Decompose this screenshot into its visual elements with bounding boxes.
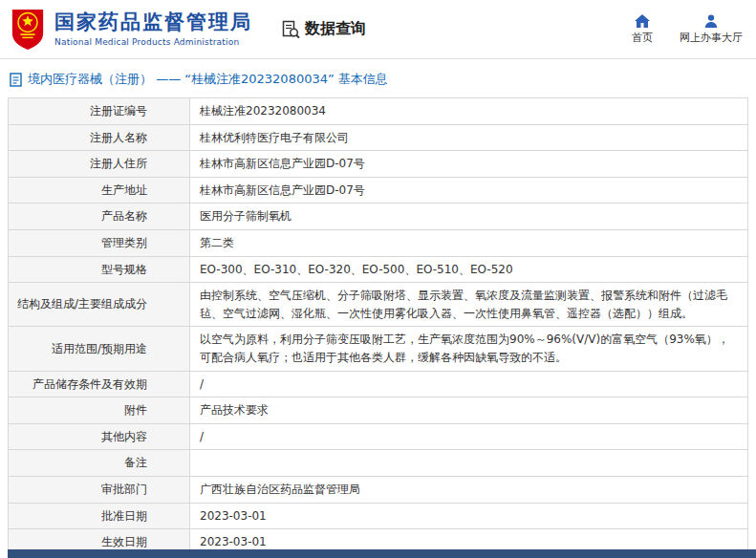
site-title-block: 国家药品监督管理局 National Medical Products Admi… — [54, 11, 252, 46]
nav-home[interactable]: 首页 — [632, 14, 653, 45]
row-label: 产品名称 — [9, 204, 190, 230]
home-icon — [635, 14, 650, 28]
data-query-section[interactable]: 数据查询 — [281, 19, 366, 39]
row-label-text: 产品名称 — [101, 209, 147, 223]
row-label-text: 生产地址 — [101, 183, 147, 197]
table-row: 管理类别第二类 — [9, 229, 748, 256]
row-label-text: 结构及组成/主要组成成分 — [17, 297, 147, 311]
table-row: 生产地址桂林市高新区信息产业园D-07号 — [9, 177, 748, 204]
table-row: 结构及组成/主要组成成分由控制系统、空气压缩机、分子筛吸附塔、显示装置、氧浓度及… — [9, 283, 748, 327]
table-row: 注册人名称桂林优利特医疗电子有限公司 — [9, 124, 748, 151]
row-label: 生产地址 — [9, 177, 190, 204]
row-label: 产品储存条件及有效期 — [9, 371, 190, 397]
nav-service-hall-label: 网上办事大厅 — [680, 31, 743, 45]
table-row: 备注 — [9, 450, 748, 477]
row-label: 型号规格 — [9, 256, 190, 283]
row-label-text: 型号规格 — [101, 263, 147, 276]
breadcrumb-text: 境内医疗器械（注册） —— “桂械注准20232080034” 基本信息 — [28, 71, 388, 88]
row-label-text: 批准日期 — [101, 509, 147, 523]
row-label-text: 注册证编号 — [90, 104, 147, 118]
table-row: 审批部门广西壮族自治区药品监督管理局 — [9, 476, 748, 503]
table-row: 注册人住所桂林市高新区信息产业园D-07号 — [9, 151, 748, 178]
site-title-en: National Medical Products Administration — [54, 37, 252, 47]
breadcrumb: 境内医疗器械（注册） —— “桂械注准20232080034” 基本信息 — [0, 59, 756, 97]
table-row: 注册证编号桂械注准20232080034 — [9, 98, 748, 125]
data-query-icon — [281, 20, 300, 39]
row-value: 医用分子筛制氧机 — [190, 204, 748, 230]
table-row: 产品储存条件及有效期/ — [9, 371, 748, 397]
row-label-text: 其他内容 — [101, 430, 147, 443]
row-label: 其他内容 — [9, 423, 190, 450]
row-label-text: 管理类别 — [101, 236, 147, 249]
page-footer — [8, 549, 756, 558]
table-row: 附件产品技术要求 — [9, 397, 748, 424]
table-row: 产品名称医用分子筛制氧机 — [9, 204, 748, 230]
row-label: 适用范围/预期用途 — [9, 327, 190, 371]
row-value: 以空气为原料，利用分子筛变压吸附工艺，生产氧浓度范围为90%～96%(V/V)的… — [190, 327, 748, 371]
info-table: 注册证编号桂械注准20232080034注册人名称桂林优利特医疗电子有限公司注册… — [8, 97, 748, 558]
row-value: 由控制系统、空气压缩机、分子筛吸附塔、显示装置、氧浓度及流量监测装置、报警系统和… — [190, 283, 748, 327]
row-label: 管理类别 — [9, 229, 190, 256]
row-value: 广西壮族自治区药品监督管理局 — [190, 476, 748, 503]
table-row: 适用范围/预期用途以空气为原料，利用分子筛变压吸附工艺，生产氧浓度范围为90%～… — [9, 327, 748, 371]
document-icon — [10, 73, 22, 87]
row-label-text: 生效日期 — [101, 535, 147, 548]
row-label-text: 备注 — [124, 456, 147, 469]
row-label-text: 附件 — [124, 403, 147, 417]
row-label-text: 产品储存条件及有效期 — [32, 377, 147, 391]
row-label-text: 适用范围/预期用途 — [52, 342, 147, 355]
top-nav: 首页 网上办事大厅 — [632, 14, 746, 45]
row-value: 产品技术要求 — [190, 397, 748, 424]
row-value: 桂林优利特医疗电子有限公司 — [190, 124, 748, 151]
nmpa-emblem-logo — [10, 8, 46, 52]
row-label: 注册证编号 — [9, 98, 190, 125]
row-label: 注册人住所 — [9, 151, 190, 178]
table-row: 批准日期2023-03-01 — [9, 503, 748, 529]
row-label: 注册人名称 — [9, 124, 190, 151]
row-label-text: 注册人名称 — [90, 131, 147, 144]
row-value: 桂林市高新区信息产业园D-07号 — [190, 177, 748, 204]
row-value: 第二类 — [190, 229, 748, 256]
site-header: 国家药品监督管理局 National Medical Products Admi… — [0, 0, 756, 59]
data-query-label: 数据查询 — [305, 19, 366, 39]
row-value: EO-300、EO-310、EO-320、EO-500、EO-510、EO-52… — [190, 256, 748, 283]
user-icon — [704, 14, 718, 28]
row-label: 备注 — [9, 450, 190, 477]
row-label: 结构及组成/主要组成成分 — [9, 283, 190, 327]
row-label: 附件 — [9, 397, 190, 424]
row-value: 桂林市高新区信息产业园D-07号 — [190, 151, 748, 178]
nav-home-label: 首页 — [632, 31, 653, 45]
table-row: 其他内容/ — [9, 423, 748, 450]
nav-service-hall[interactable]: 网上办事大厅 — [680, 14, 743, 45]
table-row: 型号规格EO-300、EO-310、EO-320、EO-500、EO-510、E… — [9, 256, 748, 283]
row-label: 审批部门 — [9, 476, 190, 503]
site-title-cn: 国家药品监督管理局 — [54, 11, 252, 33]
row-value: 2023-03-01 — [190, 503, 748, 529]
row-value: / — [190, 371, 748, 397]
row-label: 批准日期 — [9, 503, 190, 529]
row-label-text: 审批部门 — [101, 483, 147, 496]
row-value — [190, 450, 748, 477]
row-value: / — [190, 423, 748, 450]
row-label-text: 注册人住所 — [90, 157, 147, 170]
info-table-body: 注册证编号桂械注准20232080034注册人名称桂林优利特医疗电子有限公司注册… — [9, 98, 748, 558]
row-value: 桂械注准20232080034 — [190, 98, 748, 125]
